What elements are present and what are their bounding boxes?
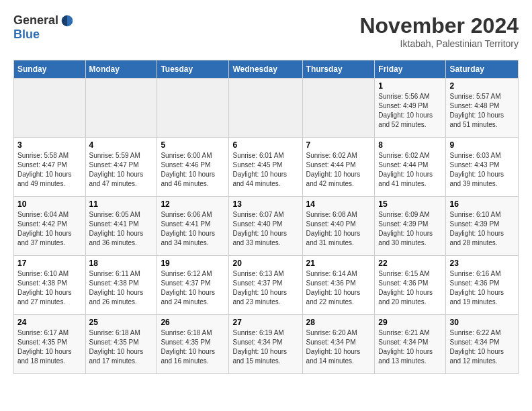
calendar-cell: 23Sunrise: 6:16 AM Sunset: 4:36 PM Dayli… [446, 256, 519, 315]
day-info: Sunrise: 6:02 AM Sunset: 4:44 PM Dayligh… [378, 151, 442, 189]
day-number: 28 [306, 318, 371, 327]
day-number: 3 [17, 140, 82, 150]
calendar-cell: 1Sunrise: 5:56 AM Sunset: 4:49 PM Daylig… [375, 79, 446, 138]
calendar-cell: 19Sunrise: 6:12 AM Sunset: 4:37 PM Dayli… [157, 256, 229, 315]
calendar-cell: 24Sunrise: 6:17 AM Sunset: 4:35 PM Dayli… [14, 315, 86, 374]
day-number: 9 [449, 140, 515, 150]
day-header-tuesday: Tuesday [157, 60, 229, 79]
day-number: 4 [89, 140, 154, 150]
day-header-thursday: Thursday [302, 60, 375, 79]
calendar-cell [85, 79, 157, 138]
logo-blue-text: Blue [13, 28, 40, 41]
day-info: Sunrise: 6:07 AM Sunset: 4:40 PM Dayligh… [232, 210, 298, 248]
calendar-week-4: 17Sunrise: 6:10 AM Sunset: 4:38 PM Dayli… [14, 256, 519, 315]
day-info: Sunrise: 6:16 AM Sunset: 4:36 PM Dayligh… [449, 269, 515, 307]
calendar-week-3: 10Sunrise: 6:04 AM Sunset: 4:42 PM Dayli… [14, 197, 519, 256]
day-number: 29 [378, 318, 442, 327]
day-number: 11 [89, 199, 154, 209]
day-number: 10 [17, 199, 82, 209]
logo: General Blue [13, 13, 75, 42]
day-info: Sunrise: 6:20 AM Sunset: 4:34 PM Dayligh… [306, 328, 371, 366]
calendar-cell: 13Sunrise: 6:07 AM Sunset: 4:40 PM Dayli… [229, 197, 302, 256]
day-header-friday: Friday [375, 60, 446, 79]
calendar-cell: 26Sunrise: 6:18 AM Sunset: 4:35 PM Dayli… [157, 315, 229, 374]
day-info: Sunrise: 6:10 AM Sunset: 4:38 PM Dayligh… [17, 269, 82, 307]
calendar-cell: 6Sunrise: 6:01 AM Sunset: 4:45 PM Daylig… [229, 138, 302, 197]
calendar-cell: 8Sunrise: 6:02 AM Sunset: 4:44 PM Daylig… [375, 138, 446, 197]
calendar-cell: 22Sunrise: 6:15 AM Sunset: 4:36 PM Dayli… [375, 256, 446, 315]
day-number: 5 [161, 140, 225, 150]
day-info: Sunrise: 6:09 AM Sunset: 4:39 PM Dayligh… [378, 210, 442, 248]
day-header-monday: Monday [85, 60, 157, 79]
day-number: 16 [449, 199, 515, 209]
calendar-cell: 27Sunrise: 6:19 AM Sunset: 4:34 PM Dayli… [229, 315, 302, 374]
day-info: Sunrise: 6:01 AM Sunset: 4:45 PM Dayligh… [232, 151, 298, 189]
day-info: Sunrise: 6:19 AM Sunset: 4:34 PM Dayligh… [232, 328, 298, 366]
day-number: 25 [89, 318, 154, 327]
logo-icon [60, 13, 75, 28]
calendar-cell: 14Sunrise: 6:08 AM Sunset: 4:40 PM Dayli… [302, 197, 375, 256]
day-number: 15 [378, 199, 442, 209]
calendar-cell: 9Sunrise: 6:03 AM Sunset: 4:43 PM Daylig… [446, 138, 519, 197]
day-info: Sunrise: 5:58 AM Sunset: 4:47 PM Dayligh… [17, 151, 82, 189]
calendar-cell: 2Sunrise: 5:57 AM Sunset: 4:48 PM Daylig… [446, 79, 519, 138]
day-info: Sunrise: 6:03 AM Sunset: 4:43 PM Dayligh… [449, 151, 515, 189]
calendar-cell: 21Sunrise: 6:14 AM Sunset: 4:36 PM Dayli… [302, 256, 375, 315]
calendar-cell: 15Sunrise: 6:09 AM Sunset: 4:39 PM Dayli… [375, 197, 446, 256]
calendar-cell: 5Sunrise: 6:00 AM Sunset: 4:46 PM Daylig… [157, 138, 229, 197]
day-info: Sunrise: 5:57 AM Sunset: 4:48 PM Dayligh… [449, 92, 515, 130]
day-number: 20 [232, 259, 298, 268]
month-title: November 2024 [359, 13, 519, 38]
header: General Blue November 2024 Iktabah, Pale… [13, 13, 519, 49]
calendar-cell: 25Sunrise: 6:18 AM Sunset: 4:35 PM Dayli… [85, 315, 157, 374]
day-info: Sunrise: 6:15 AM Sunset: 4:36 PM Dayligh… [378, 269, 442, 307]
location-subtitle: Iktabah, Palestinian Territory [359, 38, 519, 49]
day-number: 12 [161, 199, 225, 209]
calendar-table: SundayMondayTuesdayWednesdayThursdayFrid… [13, 60, 519, 374]
calendar-week-5: 24Sunrise: 6:17 AM Sunset: 4:35 PM Dayli… [14, 315, 519, 374]
day-number: 8 [378, 140, 442, 150]
calendar-cell: 12Sunrise: 6:06 AM Sunset: 4:41 PM Dayli… [157, 197, 229, 256]
calendar-cell: 18Sunrise: 6:11 AM Sunset: 4:38 PM Dayli… [85, 256, 157, 315]
day-number: 13 [232, 199, 298, 209]
day-info: Sunrise: 6:11 AM Sunset: 4:38 PM Dayligh… [89, 269, 154, 307]
calendar-header: SundayMondayTuesdayWednesdayThursdayFrid… [14, 60, 519, 79]
day-info: Sunrise: 6:18 AM Sunset: 4:35 PM Dayligh… [161, 328, 225, 366]
calendar-body: 1Sunrise: 5:56 AM Sunset: 4:49 PM Daylig… [14, 79, 519, 374]
day-info: Sunrise: 6:18 AM Sunset: 4:35 PM Dayligh… [89, 328, 154, 366]
day-info: Sunrise: 6:08 AM Sunset: 4:40 PM Dayligh… [306, 210, 371, 248]
day-info: Sunrise: 6:05 AM Sunset: 4:41 PM Dayligh… [89, 210, 154, 248]
day-info: Sunrise: 6:14 AM Sunset: 4:36 PM Dayligh… [306, 269, 371, 307]
day-number: 21 [306, 259, 371, 268]
day-info: Sunrise: 6:12 AM Sunset: 4:37 PM Dayligh… [161, 269, 225, 307]
calendar-cell: 30Sunrise: 6:22 AM Sunset: 4:34 PM Dayli… [446, 315, 519, 374]
day-header-saturday: Saturday [446, 60, 519, 79]
day-number: 6 [232, 140, 298, 150]
day-number: 27 [232, 318, 298, 327]
day-number: 19 [161, 259, 225, 268]
day-info: Sunrise: 5:56 AM Sunset: 4:49 PM Dayligh… [378, 92, 442, 130]
calendar-cell: 16Sunrise: 6:10 AM Sunset: 4:39 PM Dayli… [446, 197, 519, 256]
day-number: 14 [306, 199, 371, 209]
calendar-cell: 20Sunrise: 6:13 AM Sunset: 4:37 PM Dayli… [229, 256, 302, 315]
calendar-week-2: 3Sunrise: 5:58 AM Sunset: 4:47 PM Daylig… [14, 138, 519, 197]
calendar-cell: 4Sunrise: 5:59 AM Sunset: 4:47 PM Daylig… [85, 138, 157, 197]
day-number: 7 [306, 140, 371, 150]
title-area: November 2024 Iktabah, Palestinian Terri… [359, 13, 519, 49]
day-info: Sunrise: 6:22 AM Sunset: 4:34 PM Dayligh… [449, 328, 515, 366]
day-number: 18 [89, 259, 154, 268]
calendar-cell: 17Sunrise: 6:10 AM Sunset: 4:38 PM Dayli… [14, 256, 86, 315]
day-info: Sunrise: 6:00 AM Sunset: 4:46 PM Dayligh… [161, 151, 225, 189]
day-info: Sunrise: 6:06 AM Sunset: 4:41 PM Dayligh… [161, 210, 225, 248]
day-header-wednesday: Wednesday [229, 60, 302, 79]
day-number: 17 [17, 259, 82, 268]
day-number: 24 [17, 318, 82, 327]
day-number: 23 [449, 259, 515, 268]
calendar-cell [157, 79, 229, 138]
day-number: 22 [378, 259, 442, 268]
day-info: Sunrise: 6:10 AM Sunset: 4:39 PM Dayligh… [449, 210, 515, 248]
day-number: 1 [378, 81, 442, 91]
day-number: 2 [449, 81, 515, 91]
day-header-row: SundayMondayTuesdayWednesdayThursdayFrid… [14, 60, 519, 79]
day-number: 26 [161, 318, 225, 327]
